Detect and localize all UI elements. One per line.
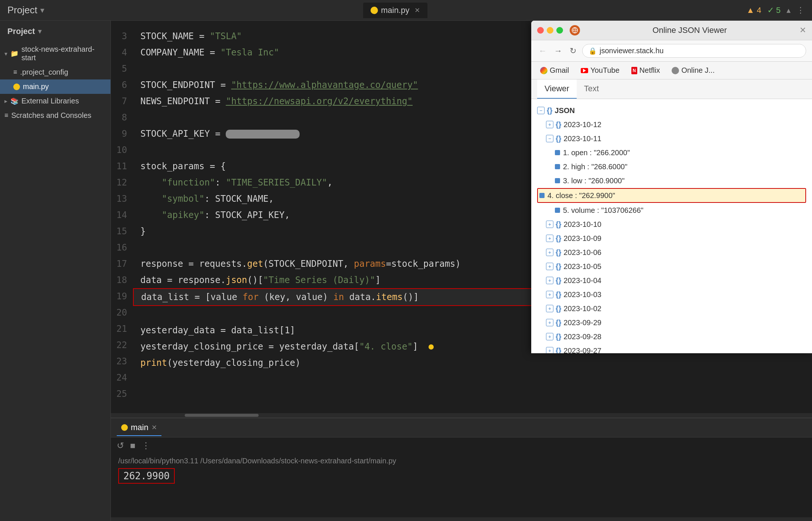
json-date-2023-10-12: 2023-10-12 bbox=[564, 119, 601, 130]
refresh-button[interactable]: ↻ bbox=[568, 45, 578, 57]
run-scrollbar[interactable] bbox=[111, 517, 812, 521]
tab-close-button[interactable]: ✕ bbox=[414, 6, 420, 14]
browser-titlebar: Online JSON Viewer ✕ bbox=[531, 21, 812, 40]
json-row-2023-09-27[interactable]: + {} 2023-09-27 bbox=[537, 344, 806, 353]
json-row-2023-10-05[interactable]: + {} 2023-10-05 bbox=[537, 259, 806, 273]
expand-2023-10-10[interactable]: + bbox=[546, 221, 553, 228]
expand-2023-09-29[interactable]: + bbox=[546, 319, 553, 326]
rerun-button[interactable]: ↺ bbox=[117, 440, 124, 451]
json-row-2023-10-04[interactable]: + {} 2023-10-04 bbox=[537, 273, 806, 287]
run-tab-main[interactable]: main ✕ bbox=[117, 420, 161, 436]
bookmark-netflix-label: Netflix bbox=[639, 66, 660, 75]
more-run-options-button[interactable]: ⋮ bbox=[141, 440, 150, 451]
json-close-value: 4. close : "262.9900" bbox=[547, 190, 615, 201]
bookmark-online[interactable]: Online J... bbox=[669, 65, 717, 76]
warning-badge: ▲ 4 bbox=[747, 6, 761, 15]
scrollbar-thumb[interactable] bbox=[185, 414, 259, 417]
close-window-button[interactable] bbox=[537, 27, 544, 34]
json-root-expand[interactable]: − bbox=[537, 107, 545, 114]
sidebar-ext-libs-label: External Libraries bbox=[21, 97, 79, 105]
expand-2023-10-02[interactable]: + bbox=[546, 305, 553, 312]
python-file-icon bbox=[371, 7, 378, 14]
json-tree[interactable]: − {} JSON + {} 2023-10-12 − bbox=[531, 99, 812, 353]
expand-2023-10-11[interactable]: − bbox=[546, 135, 553, 142]
json-date-2023-09-28: 2023-09-28 bbox=[564, 331, 601, 343]
bookmark-netflix[interactable]: N Netflix bbox=[628, 65, 663, 76]
more-options-icon[interactable]: ⋮ bbox=[796, 6, 805, 15]
json-row-close: 4. close : "262.9900" bbox=[537, 188, 806, 203]
expand-2023-09-28[interactable]: + bbox=[546, 333, 553, 340]
back-button[interactable]: ← bbox=[537, 45, 548, 57]
lock-icon: 🔒 bbox=[588, 47, 597, 55]
minimize-window-button[interactable] bbox=[547, 27, 553, 34]
bullet-low bbox=[555, 178, 560, 183]
sidebar-title: Project bbox=[7, 27, 35, 36]
sidebar-scratches-label: Scratches and Consoles bbox=[11, 111, 92, 120]
project-label: Project bbox=[7, 4, 37, 16]
run-output-wrapper: 262.9900 bbox=[118, 468, 805, 484]
sidebar-item-main-py[interactable]: main.py bbox=[0, 79, 110, 94]
json-root-bracket: {} bbox=[547, 105, 553, 116]
sidebar-chevron-icon[interactable]: ▾ bbox=[38, 27, 41, 35]
expand-2023-10-06[interactable]: + bbox=[546, 249, 553, 256]
json-viewer: Viewer Text − {} JSON + {} bbox=[531, 79, 812, 353]
forward-button[interactable]: → bbox=[553, 45, 564, 57]
sidebar-item-project-config[interactable]: ≡ .project_config bbox=[0, 65, 110, 79]
json-date-2023-10-05: 2023-10-05 bbox=[564, 260, 601, 272]
browser-close-button[interactable]: ✕ bbox=[799, 25, 806, 35]
json-row-2023-10-12[interactable]: + {} 2023-10-12 bbox=[537, 118, 806, 132]
horizontal-scrollbar[interactable] bbox=[111, 413, 812, 418]
bullet-close bbox=[539, 193, 545, 198]
browser-app-icon bbox=[570, 25, 580, 35]
viewer-tab-text[interactable]: Text bbox=[577, 79, 606, 99]
json-date-2023-10-11: 2023-10-11 bbox=[564, 133, 601, 144]
chevron-down-icon[interactable]: ▾ bbox=[40, 6, 44, 15]
sidebar-item-scratches[interactable]: ≡ Scratches and Consoles bbox=[0, 108, 110, 123]
json-row-2023-10-10[interactable]: + {} 2023-10-10 bbox=[537, 217, 806, 231]
json-row-2023-09-28[interactable]: + {} 2023-09-28 bbox=[537, 330, 806, 344]
json-date-2023-10-03: 2023-10-03 bbox=[564, 289, 601, 300]
expand-2023-09-27[interactable]: + bbox=[546, 347, 553, 353]
url-text: jsonviewer.stack.hu bbox=[600, 47, 663, 55]
url-bar[interactable]: 🔒 jsonviewer.stack.hu bbox=[582, 44, 806, 58]
sidebar-main-py-label: main.py bbox=[23, 82, 49, 91]
run-tab-label: main bbox=[131, 423, 149, 432]
expand-2023-10-09[interactable]: + bbox=[546, 235, 553, 242]
json-date-2023-09-27: 2023-09-27 bbox=[564, 345, 601, 353]
viewer-tab-viewer[interactable]: Viewer bbox=[537, 79, 577, 99]
json-row-2023-10-11[interactable]: − {} 2023-10-11 bbox=[537, 132, 806, 146]
bookmark-youtube[interactable]: YouTube bbox=[578, 65, 622, 76]
expand-2023-10-12[interactable]: + bbox=[546, 121, 553, 128]
main-py-tab[interactable]: main.py ✕ bbox=[363, 3, 427, 18]
json-date-2023-10-04: 2023-10-04 bbox=[564, 275, 601, 286]
json-row-2023-10-06[interactable]: + {} 2023-10-06 bbox=[537, 245, 806, 259]
expand-2023-10-03[interactable]: + bbox=[546, 291, 553, 298]
sidebar-header: Project ▾ bbox=[0, 21, 110, 42]
run-panel: main ✕ ↺ ■ ⋮ /usr/local/bin/python3.11 /… bbox=[111, 418, 812, 521]
run-content: /usr/local/bin/python3.11 /Users/dana/Do… bbox=[111, 454, 812, 517]
json-row-2023-10-03[interactable]: + {} 2023-10-03 bbox=[537, 287, 806, 302]
ide-container: Project ▾ main.py ✕ ▲ 4 ✓ 5 ▴ ⋮ Project … bbox=[0, 0, 812, 521]
json-date-2023-10-02: 2023-10-02 bbox=[564, 303, 601, 314]
check-badge: ✓ 5 bbox=[767, 6, 781, 15]
chevron-up-icon[interactable]: ▴ bbox=[787, 6, 791, 15]
stop-button[interactable]: ■ bbox=[130, 440, 136, 451]
maximize-window-button[interactable] bbox=[556, 27, 563, 34]
run-tab-close-button[interactable]: ✕ bbox=[151, 423, 157, 432]
viewer-tabs: Viewer Text bbox=[531, 79, 812, 99]
json-row-high: 2. high : "268.6000" bbox=[537, 160, 806, 174]
title-bar-right: ▲ 4 ✓ 5 ▴ ⋮ bbox=[747, 6, 805, 15]
json-row-2023-10-09[interactable]: + {} 2023-10-09 bbox=[537, 231, 806, 245]
json-date-2023-10-09: 2023-10-09 bbox=[564, 232, 601, 244]
bookmark-gmail[interactable]: Gmail bbox=[537, 65, 572, 76]
title-bar: Project ▾ main.py ✕ ▲ 4 ✓ 5 ▴ ⋮ bbox=[0, 0, 812, 21]
json-row-2023-09-29[interactable]: + {} 2023-09-29 bbox=[537, 316, 806, 330]
sidebar-item-root[interactable]: ▾ 📁 stock-news-extrahard-start bbox=[0, 42, 110, 65]
expand-2023-10-04[interactable]: + bbox=[546, 277, 553, 284]
config-icon: ≡ bbox=[13, 68, 17, 76]
expand-2023-10-05[interactable]: + bbox=[546, 263, 553, 270]
json-row-2023-10-02[interactable]: + {} 2023-10-02 bbox=[537, 302, 806, 316]
tab-label: main.py bbox=[381, 6, 409, 15]
sidebar-item-external-libs[interactable]: ▸ 📚 External Libraries bbox=[0, 94, 110, 108]
online-icon bbox=[672, 67, 679, 74]
